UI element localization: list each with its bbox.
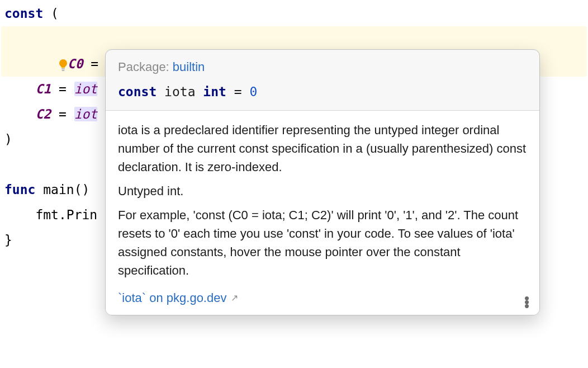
intention-bulb-icon[interactable] xyxy=(10,30,23,43)
equals: = xyxy=(51,82,74,96)
package-name-link[interactable]: builtin xyxy=(173,60,205,74)
indent xyxy=(4,207,35,222)
package-label: Package: xyxy=(118,60,173,74)
popup-body: iota is a predeclared identifier represe… xyxy=(106,111,539,315)
quick-doc-popup: Package: builtin const iota int = 0 iota… xyxy=(105,49,540,315)
sig-type: int xyxy=(203,84,226,99)
doc-paragraph: For example, 'const (C0 = iota; C1; C2)'… xyxy=(118,206,527,280)
external-link-icon: ↗ xyxy=(231,289,238,307)
func-signature: main() xyxy=(35,182,97,197)
code-line[interactable]: const ( xyxy=(0,1,588,26)
svg-rect-1 xyxy=(62,70,65,71)
brace-close: } xyxy=(4,233,12,247)
sig-name: iota xyxy=(164,84,203,99)
keyword-func: func xyxy=(4,182,35,197)
signature: const iota int = 0 xyxy=(118,83,527,101)
doc-paragraph: iota is a predeclared identifier represe… xyxy=(118,121,527,176)
const-name: C2 xyxy=(35,107,51,121)
doc-paragraph: Untyped int. xyxy=(118,182,527,200)
indent xyxy=(4,82,35,96)
iota-identifier: iot xyxy=(74,107,98,121)
sig-value: 0 xyxy=(249,84,257,99)
paren-close: ) xyxy=(4,132,12,147)
link-text: `iota` on pkg.go.dev xyxy=(118,289,226,307)
equals: = xyxy=(83,56,106,71)
more-actions-icon[interactable]: ••• xyxy=(524,295,529,307)
keyword-const: const xyxy=(4,6,43,21)
const-name: C1 xyxy=(35,82,51,96)
popup-header: Package: builtin const iota int = 0 xyxy=(106,50,539,111)
external-doc-link[interactable]: `iota` on pkg.go.dev ↗ xyxy=(118,285,527,307)
package-line: Package: builtin xyxy=(118,58,527,76)
svg-rect-0 xyxy=(61,68,65,69)
equals: = xyxy=(51,107,74,121)
indent xyxy=(4,107,35,121)
sig-eq: = xyxy=(226,84,250,99)
call-expr: fmt.Prin xyxy=(35,207,97,222)
iota-identifier: iot xyxy=(74,82,98,96)
sig-const-kw: const xyxy=(118,84,164,99)
paren-open: ( xyxy=(43,6,59,21)
